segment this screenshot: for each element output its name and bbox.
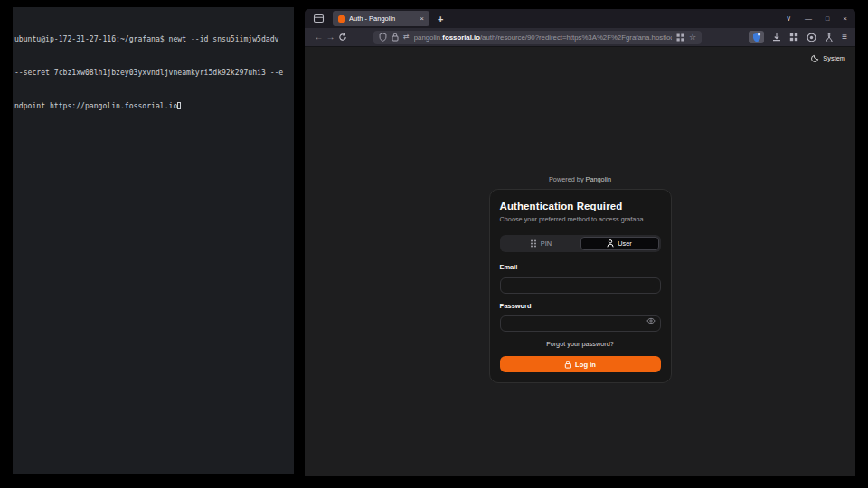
tab-pin[interactable]: PIN bbox=[502, 237, 580, 250]
site-permissions-icon[interactable]: ⇄ bbox=[403, 33, 410, 41]
terminal-line: ubuntu@ip-172-31-27-116:~/grafana$ newt … bbox=[14, 33, 292, 44]
browser-tab-auth-pangolin[interactable]: Auth - Pangolin × bbox=[333, 11, 429, 26]
browser-toolbar: ← → ⇄ pangolin.fossorial.io/auth/resourc… bbox=[305, 28, 855, 47]
forgot-password-link[interactable]: Forgot your password? bbox=[500, 340, 661, 348]
tab-pin-label: PIN bbox=[541, 239, 552, 248]
reload-button[interactable] bbox=[336, 33, 348, 42]
keypad-icon bbox=[530, 239, 537, 248]
eye-icon bbox=[646, 317, 656, 324]
pangolin-favicon-icon bbox=[338, 15, 345, 23]
theme-toggle-button[interactable]: System bbox=[811, 54, 845, 62]
terminal-window[interactable]: ubuntu@ip-172-31-27-116:~/grafana$ newt … bbox=[13, 7, 294, 474]
powered-by: Powered by Pangolin bbox=[549, 175, 611, 183]
bookmark-star-icon[interactable]: ☆ bbox=[689, 33, 696, 42]
tab-user[interactable]: User bbox=[580, 237, 659, 250]
url-subdomain: pangolin. bbox=[414, 33, 443, 42]
forward-button[interactable]: → bbox=[325, 33, 336, 42]
terminal-line: --secret 7cbz1xw08lh1jbzey03yxvndljvneam… bbox=[14, 67, 292, 78]
show-password-button[interactable] bbox=[646, 317, 656, 324]
login-button[interactable]: Log in bbox=[500, 356, 661, 372]
containers-grid-icon[interactable] bbox=[789, 33, 798, 42]
downloads-icon[interactable] bbox=[772, 33, 781, 42]
login-lock-icon bbox=[564, 361, 571, 369]
moon-icon bbox=[811, 54, 819, 62]
flask-extension-icon[interactable] bbox=[825, 33, 834, 42]
page-content: System Powered by Pangolin Authenticatio… bbox=[305, 47, 855, 476]
url-text[interactable]: pangolin.fossorial.io/auth/resource/90?r… bbox=[414, 33, 672, 42]
terminal-cursor bbox=[177, 102, 181, 109]
email-label: Email bbox=[500, 263, 661, 271]
back-button[interactable]: ← bbox=[313, 33, 325, 42]
browser-window: Auth - Pangolin × + ∨ — □ × ← → ⇄ pangol… bbox=[305, 9, 855, 476]
powered-by-text: Powered by bbox=[549, 175, 584, 183]
password-field[interactable] bbox=[500, 315, 661, 332]
tab-title: Auth - Pangolin bbox=[349, 14, 416, 23]
user-icon bbox=[607, 239, 614, 248]
adblocker-record-icon[interactable] bbox=[807, 33, 816, 42]
desktop: ubuntu@ip-172-31-27-116:~/grafana$ newt … bbox=[0, 0, 868, 488]
lock-icon[interactable] bbox=[392, 33, 399, 42]
window-close-button[interactable]: × bbox=[843, 14, 847, 23]
tab-close-icon[interactable]: × bbox=[420, 15, 424, 23]
email-field[interactable] bbox=[500, 277, 661, 294]
password-label: Password bbox=[500, 302, 661, 310]
browser-tab-bar: Auth - Pangolin × + ∨ — □ × bbox=[305, 9, 855, 28]
menu-icon[interactable]: ≡ bbox=[842, 33, 847, 42]
theme-toggle-label: System bbox=[823, 54, 845, 62]
terminal-line: ndpoint https://pangolin.fossorial.io bbox=[14, 100, 292, 111]
firefox-view-icon[interactable] bbox=[313, 13, 325, 24]
maximize-button[interactable]: □ bbox=[826, 15, 829, 22]
tab-list-chevron-icon[interactable]: ∨ bbox=[786, 14, 791, 23]
card-title: Authentication Required bbox=[500, 201, 661, 211]
new-tab-button[interactable]: + bbox=[438, 14, 443, 24]
url-domain: fossorial.io bbox=[442, 33, 480, 42]
login-button-label: Log in bbox=[575, 361, 596, 369]
auth-card: Authentication Required Choose your pref… bbox=[489, 189, 672, 383]
shortcuts-grid-icon[interactable] bbox=[676, 33, 684, 42]
url-bar[interactable]: ⇄ pangolin.fossorial.io/auth/resource/90… bbox=[373, 31, 702, 44]
window-controls: ∨ — □ × bbox=[786, 14, 850, 23]
toolbar-extensions: ≡ bbox=[749, 31, 847, 43]
url-path: /auth/resource/90?redirect=https%3A%2F%2… bbox=[480, 33, 672, 42]
pangolin-brand-link[interactable]: Pangolin bbox=[586, 175, 611, 183]
minimize-button[interactable]: — bbox=[805, 14, 812, 23]
tab-user-label: User bbox=[618, 239, 632, 248]
auth-method-tabs: PIN User bbox=[500, 235, 661, 252]
extension-blue-badge-icon[interactable] bbox=[749, 31, 764, 43]
shield-icon[interactable] bbox=[379, 33, 387, 42]
card-subtitle: Choose your preferred method to access g… bbox=[500, 215, 661, 223]
